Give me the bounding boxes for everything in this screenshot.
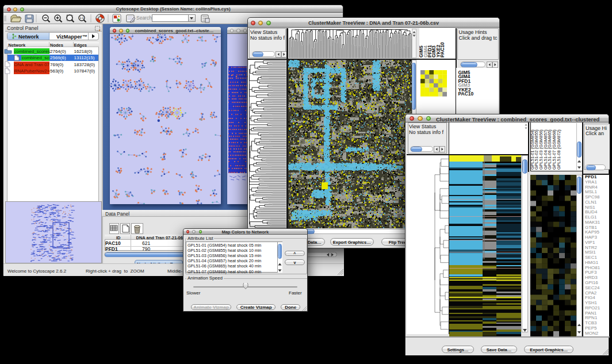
svg-text:MON2: MON2 xyxy=(585,330,599,335)
svg-text:MAK31: MAK31 xyxy=(585,219,600,224)
svg-text:SPC98: SPC98 xyxy=(585,194,600,200)
svg-text:HRD3: HRD3 xyxy=(585,275,598,280)
svg-text:PUF3: PUF3 xyxy=(585,270,597,275)
svg-text:GPI16: GPI16 xyxy=(585,280,598,285)
svg-text:CPA2: CPA2 xyxy=(585,290,597,295)
svg-text:GTB1: GTB1 xyxy=(585,224,597,229)
svg-text:TCB3: TCB3 xyxy=(585,320,597,325)
svg-text:CLN1: CLN1 xyxy=(585,199,597,204)
svg-text:YSH1: YSH1 xyxy=(585,300,597,305)
svg-text:MSI1: MSI1 xyxy=(585,250,596,255)
svg-text:PAN1: PAN1 xyxy=(585,310,597,315)
svg-text:NTR2: NTR2 xyxy=(585,244,597,250)
svg-text:PFD1: PFD1 xyxy=(585,174,597,179)
svg-text:PHO81: PHO81 xyxy=(585,265,600,270)
svg-text:KAP95: KAP95 xyxy=(585,229,599,235)
svg-text:YRA1: YRA1 xyxy=(585,179,597,184)
svg-text:ELG1: ELG1 xyxy=(585,214,597,220)
svg-text:FIG4: FIG4 xyxy=(585,295,595,300)
svg-text:VIP1: VIP1 xyxy=(585,239,595,244)
svg-text:NIS1: NIS1 xyxy=(585,204,595,209)
svg-text:SEC1: SEC1 xyxy=(585,255,597,260)
svg-text:HMG1: HMG1 xyxy=(585,259,599,265)
svg-text:GPL51-08 (GSM872): GPL51-08 (GSM872) xyxy=(556,129,561,170)
svg-text:PEP5: PEP5 xyxy=(585,325,597,330)
svg-text:1:1: 1:1 xyxy=(80,16,84,20)
svg-text:RPN1: RPN1 xyxy=(585,315,598,320)
svg-text:PAC10: PAC10 xyxy=(439,42,445,58)
svg-text:SEC24: SEC24 xyxy=(585,285,600,290)
svg-text:MSL1: MSL1 xyxy=(585,189,597,194)
svg-text:RNR4: RNR4 xyxy=(585,184,598,189)
svg-text:HAP3: HAP3 xyxy=(585,235,597,240)
svg-text:BUD4: BUD4 xyxy=(585,209,598,214)
svg-text:RPO21: RPO21 xyxy=(585,305,600,310)
